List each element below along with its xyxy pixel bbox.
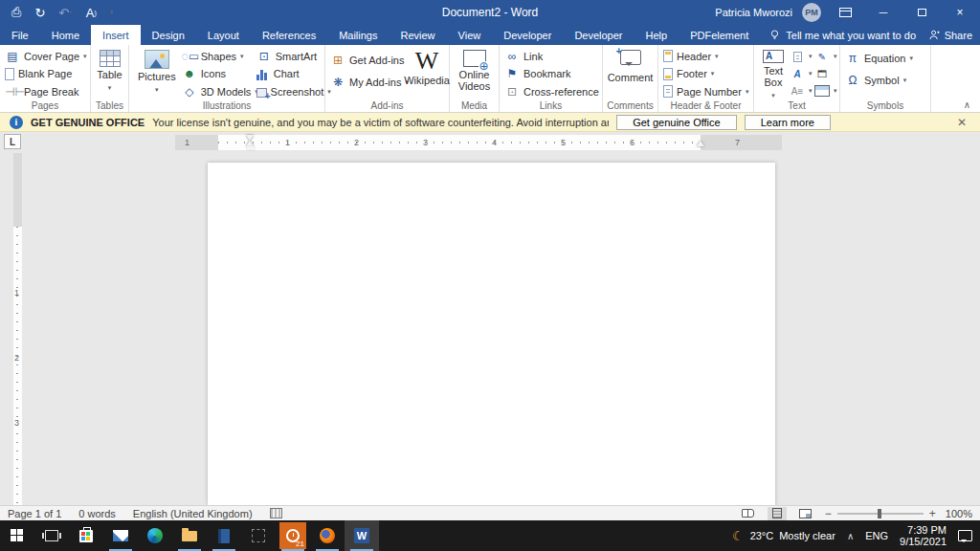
collapse-ribbon-icon[interactable]: ∧	[964, 99, 970, 110]
tab-view[interactable]: View	[447, 25, 493, 45]
tab-developer-2[interactable]: Developer	[563, 25, 634, 45]
undo-icon[interactable]: ↶▾	[58, 6, 72, 20]
symbol-button[interactable]: ΩSymbol▾	[845, 72, 925, 88]
object-button[interactable]: ▾	[814, 83, 839, 99]
book-app-button[interactable]	[207, 520, 241, 551]
document-page[interactable]	[208, 163, 775, 505]
proofing-icon[interactable]	[270, 508, 282, 518]
clock-app-button[interactable]: 21	[276, 520, 310, 551]
pictures-button[interactable]: Pictures▾	[134, 48, 180, 103]
comment-button[interactable]: Comment	[604, 48, 657, 103]
page-indicator[interactable]: Page 1 of 1	[8, 508, 61, 519]
redo-icon[interactable]: ↻	[34, 6, 45, 20]
tab-insert[interactable]: Insert	[91, 25, 141, 45]
left-indent-marker[interactable]	[247, 146, 255, 150]
firefox-button[interactable]	[310, 520, 345, 551]
get-add-ins-button[interactable]: ⊞Get Add-ins	[330, 52, 401, 68]
share-button[interactable]: Share	[929, 25, 972, 45]
close-icon[interactable]: ×	[946, 0, 974, 25]
print-layout-button[interactable]	[768, 507, 787, 520]
language-switcher[interactable]: ENG	[865, 530, 888, 541]
tab-selector[interactable]: L	[4, 134, 21, 149]
language-indicator[interactable]: English (United Kingdom)	[133, 508, 253, 519]
store-button[interactable]	[69, 520, 103, 551]
vertical-ruler[interactable]: 1 2 3	[13, 153, 22, 505]
word-count[interactable]: 0 words	[78, 508, 116, 519]
read-mode-button[interactable]	[739, 507, 758, 520]
table-button[interactable]: Table▾	[93, 48, 125, 103]
document-area: 1 2 3	[0, 153, 980, 505]
tab-references[interactable]: References	[251, 25, 327, 45]
tab-pdfelement[interactable]: PDFelement	[679, 25, 760, 45]
tell-me-box[interactable]: Tell me what you want to do	[760, 25, 925, 45]
quick-parts-button[interactable]: ▾	[790, 49, 814, 65]
print-layout-icon	[772, 508, 782, 518]
footer-button[interactable]: Footer▾	[663, 66, 748, 82]
my-add-ins-button[interactable]: ❋My Add-ins▾	[330, 74, 401, 90]
weather-widget[interactable]: ☾ 23°C Mostly clear	[732, 528, 835, 543]
account-name[interactable]: Patricia Mworozi	[715, 7, 792, 18]
tab-developer-1[interactable]: Developer	[492, 25, 563, 45]
web-layout-button[interactable]	[796, 507, 815, 520]
pinned-app-button[interactable]	[241, 520, 276, 551]
online-videos-button[interactable]: Online Videos	[455, 48, 494, 103]
wordart-button[interactable]: A▾	[790, 66, 814, 82]
page-number-button[interactable]: Page Number▾	[663, 83, 748, 99]
zoom-slider-thumb[interactable]	[878, 509, 881, 518]
bookmark-button[interactable]: ⚑Bookmark	[504, 66, 597, 82]
zoom-level[interactable]: 100%	[946, 508, 972, 519]
object-icon	[814, 85, 830, 97]
zoom-out-icon[interactable]: −	[825, 507, 832, 520]
zoom-slider[interactable]	[837, 513, 924, 515]
date-time-button[interactable]: 🗔	[814, 66, 839, 82]
tab-home[interactable]: Home	[40, 25, 91, 45]
file-explorer-button[interactable]	[172, 520, 207, 551]
taskbar: 21 W ☾ 23°C Mostly clear ∧ ENG 7:39 PM 9…	[0, 520, 980, 551]
mail-button[interactable]	[103, 520, 138, 551]
3d-models-button[interactable]: ◇3D Models▾	[182, 83, 255, 99]
quick-access-toolbar: ⎙ ↻ ↶▾ A) ▾	[0, 5, 113, 20]
get-genuine-office-button[interactable]: Get genuine Office	[616, 115, 737, 130]
system-clock[interactable]: 7:39 PM 9/15/2021	[900, 524, 947, 547]
zoom-in-icon[interactable]: +	[929, 507, 936, 520]
save-icon[interactable]: ⎙	[11, 5, 21, 20]
notice-close-icon[interactable]: ✕	[953, 116, 970, 129]
wikipedia-button[interactable]: W Wikipedia	[403, 48, 451, 103]
blank-page-button[interactable]: Blank Page	[5, 66, 85, 82]
equation-button[interactable]: πEquation▾	[845, 50, 925, 66]
cover-page-button[interactable]: ▤Cover Page▾	[5, 48, 85, 64]
screenshot-button[interactable]: Screenshot▾	[256, 83, 331, 99]
cross-reference-button[interactable]: ⊡Cross-reference	[504, 83, 597, 99]
learn-more-button[interactable]: Learn more	[745, 115, 831, 130]
edge-button[interactable]	[138, 520, 172, 551]
signature-line-button[interactable]: ✎▾	[814, 49, 839, 65]
text-box-button[interactable]: A Text Box▾	[759, 48, 788, 103]
word-taskbar-button[interactable]: W	[345, 520, 379, 551]
tray-chevron-icon[interactable]: ∧	[847, 531, 854, 541]
chart-button[interactable]: Chart	[256, 66, 331, 82]
tab-layout[interactable]: Layout	[196, 25, 251, 45]
icons-button[interactable]: ☻Icons	[182, 66, 255, 82]
tab-help[interactable]: Help	[635, 25, 679, 45]
tab-review[interactable]: Review	[390, 25, 447, 45]
ribbon-display-options-icon[interactable]	[831, 0, 859, 25]
read-aloud-icon[interactable]: A)	[86, 6, 97, 20]
action-center-icon[interactable]	[958, 530, 972, 541]
shapes-button[interactable]: ◌▭Shapes▾	[182, 48, 255, 64]
start-button[interactable]	[0, 520, 34, 551]
right-indent-marker[interactable]	[697, 141, 704, 146]
customize-qat-icon[interactable]: ▾	[110, 9, 114, 16]
horizontal-ruler[interactable]: 1 1 2 3 4 5 6 7	[175, 135, 782, 150]
minimize-icon[interactable]: ─	[869, 0, 898, 25]
restore-icon[interactable]	[907, 0, 936, 25]
tab-design[interactable]: Design	[141, 25, 196, 45]
tab-file[interactable]: File	[0, 25, 40, 45]
drop-cap-button[interactable]: A≡▾	[790, 83, 814, 99]
tab-mailings[interactable]: Mailings	[327, 25, 389, 45]
page-break-button[interactable]: ⊣⊢Page Break	[5, 83, 85, 99]
avatar[interactable]: PM	[802, 3, 821, 22]
smartart-button[interactable]: ⊡SmartArt	[256, 48, 331, 64]
link-button[interactable]: ∞Link	[504, 48, 597, 64]
header-button[interactable]: Header▾	[663, 48, 748, 64]
task-view-button[interactable]	[34, 520, 69, 551]
